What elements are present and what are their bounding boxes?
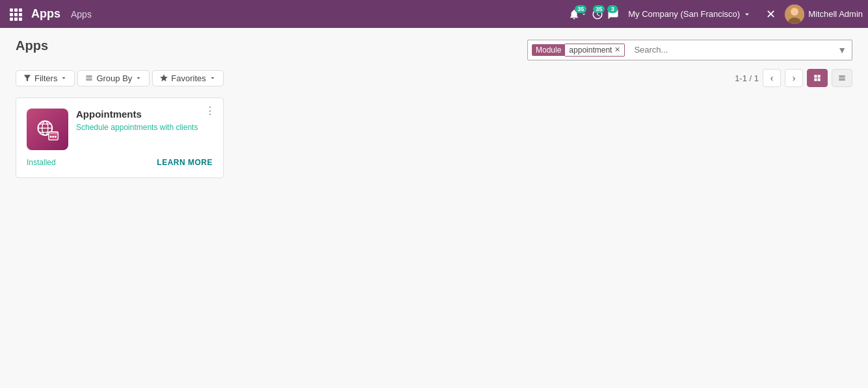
activity-badge: 35 [593,5,605,13]
app-card-appointments: Appointments Schedule appointments with … [16,97,224,178]
discuss-icon[interactable]: 3 [607,4,619,25]
search-tag-value: appointment ✕ [565,44,625,57]
notification-bell[interactable]: 35 [567,4,588,25]
grid-view-button[interactable] [807,69,828,87]
grid-menu-icon[interactable] [5,4,26,25]
prev-page-button[interactable]: ‹ [763,69,781,87]
app-info: Appointments Schedule appointments with … [76,109,213,133]
svg-rect-6 [10,18,13,21]
apps-grid: Appointments Schedule appointments with … [16,97,852,178]
app-menu-button[interactable]: ⋮ [205,106,215,116]
svg-rect-8 [19,18,22,21]
learn-more-button[interactable]: LEARN MORE [157,158,213,167]
search-tag: Module appointment ✕ [528,42,629,58]
close-button[interactable]: ✕ [761,5,781,24]
svg-rect-7 [14,18,18,21]
search-dropdown-icon[interactable]: ▼ [832,45,852,55]
page-title: Apps [16,38,48,53]
search-tag-close-icon[interactable]: ✕ [614,45,620,54]
toolbar-right: 1-1 / 1 ‹ › [735,69,852,87]
app-card-footer: Installed LEARN MORE [27,158,213,167]
breadcrumb: Apps [71,9,567,19]
svg-rect-1 [14,8,18,12]
main-content: Apps Module appointment ✕ ▼ Filters G [0,28,868,188]
filters-button[interactable]: Filters [16,70,75,86]
svg-rect-4 [14,13,18,16]
next-page-button[interactable]: › [785,69,803,87]
svg-point-10 [791,8,798,16]
toolbar-left: Filters Group By Favorites [16,70,735,86]
svg-rect-5 [19,13,22,16]
user-avatar[interactable] [785,5,804,24]
svg-rect-0 [10,8,13,12]
app-status: Installed [27,158,56,167]
discuss-badge: 3 [607,5,618,13]
svg-rect-2 [19,8,22,12]
company-name: My Company (San Francisco) [628,9,740,19]
search-input[interactable] [629,45,832,55]
svg-rect-20 [52,136,54,138]
app-title: Apps [31,7,60,21]
svg-rect-19 [50,136,52,138]
topnav-right: 35 35 3 My Company (San Francisco) ✕ [567,4,863,25]
search-container: Module appointment ✕ ▼ [527,40,852,60]
svg-rect-21 [55,136,57,138]
user-name[interactable]: Mitchell Admin [808,9,863,19]
svg-rect-3 [10,13,13,16]
company-selector[interactable]: My Company (San Francisco) [623,6,757,21]
group-by-button[interactable]: Group By [77,70,150,86]
toolbar: Filters Group By Favorites 1-1 / 1 ‹ › [16,69,852,87]
activity-icon[interactable]: 35 [592,4,603,25]
app-description: Schedule appointments with clients [76,122,213,133]
app-card-header: Appointments Schedule appointments with … [27,109,213,150]
svg-rect-18 [49,132,59,135]
favorites-button[interactable]: Favorites [152,70,223,86]
notification-badge: 35 [575,5,586,13]
pagination-text: 1-1 / 1 [735,73,759,83]
app-name: Appointments [76,109,213,120]
app-icon-appointments [27,109,68,150]
search-tag-label: Module [532,44,565,56]
list-view-button[interactable] [832,69,852,87]
topnav: Apps Apps 35 35 3 My Company (San Fr [0,0,868,28]
